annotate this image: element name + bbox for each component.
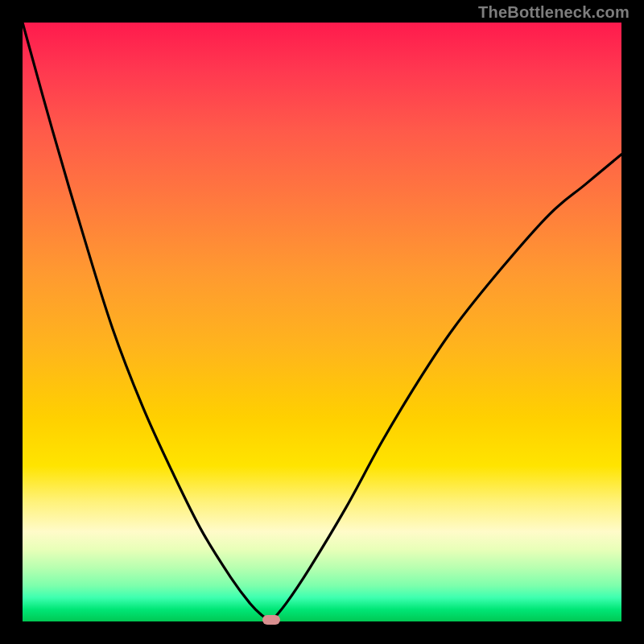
chart-frame: TheBottleneck.com (0, 0, 644, 644)
bottleneck-curve (23, 23, 621, 621)
watermark-text: TheBottleneck.com (478, 3, 630, 22)
curve-left-branch (23, 23, 271, 621)
minimum-marker (262, 615, 280, 625)
curve-right-branch (271, 155, 621, 621)
